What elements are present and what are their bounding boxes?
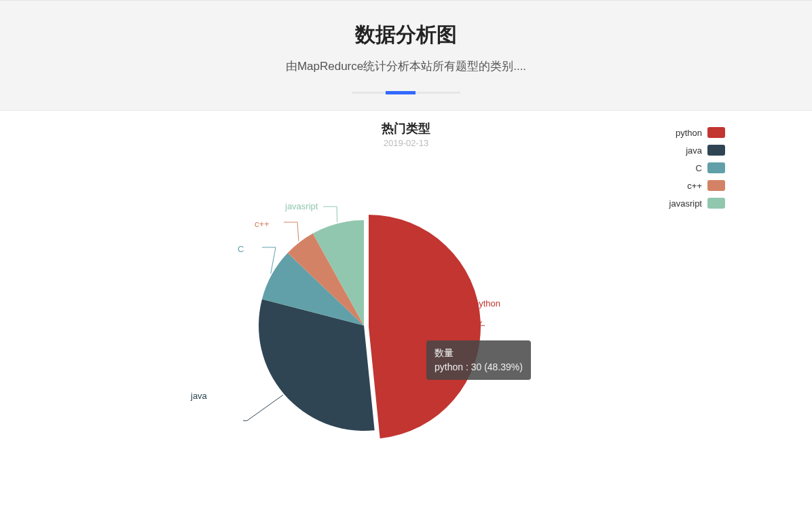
legend-swatch [707,198,725,209]
pie-slice-python[interactable] [369,215,481,438]
legend-item-python[interactable]: python [669,127,725,138]
legend-label: C [696,163,702,173]
chart-legend: python java C c++ javasript [669,127,725,215]
slice-label-c: C [238,244,244,254]
legend-label: c++ [687,181,702,191]
legend-swatch [707,162,725,173]
legend-label: java [686,145,702,156]
slice-label-cpp: c++ [255,219,270,229]
legend-label: python [676,128,702,138]
progress-bar [386,91,416,94]
legend-item-java[interactable]: java [669,145,725,156]
slice-label-java: java [191,391,207,401]
page-title: 数据分析图 [0,21,812,49]
chart-title: 热门类型 [46,120,766,137]
legend-item-c[interactable]: C [669,162,725,173]
progress-track [352,92,460,94]
legend-swatch [707,127,725,138]
legend-swatch [707,180,725,191]
slice-label-javasript: javasript [285,201,318,211]
slice-label-python: python [474,298,500,309]
chart-date: 2019-02-13 [46,138,766,148]
legend-item-cpp[interactable]: c++ [669,180,725,191]
page-subtitle: 由MapRedurce统计分析本站所有题型的类别.... [0,58,812,74]
pie-chart[interactable] [243,205,485,446]
chart-title-block: 热门类型 2019-02-13 [46,120,766,148]
legend-label: javasript [669,198,702,209]
legend-swatch [707,145,725,156]
legend-item-javasript[interactable]: javasript [669,198,725,209]
page-header: 数据分析图 由MapRedurce统计分析本站所有题型的类别.... [0,0,812,111]
chart-container: 热门类型 2019-02-13 python java C c++ javasr… [46,111,766,491]
